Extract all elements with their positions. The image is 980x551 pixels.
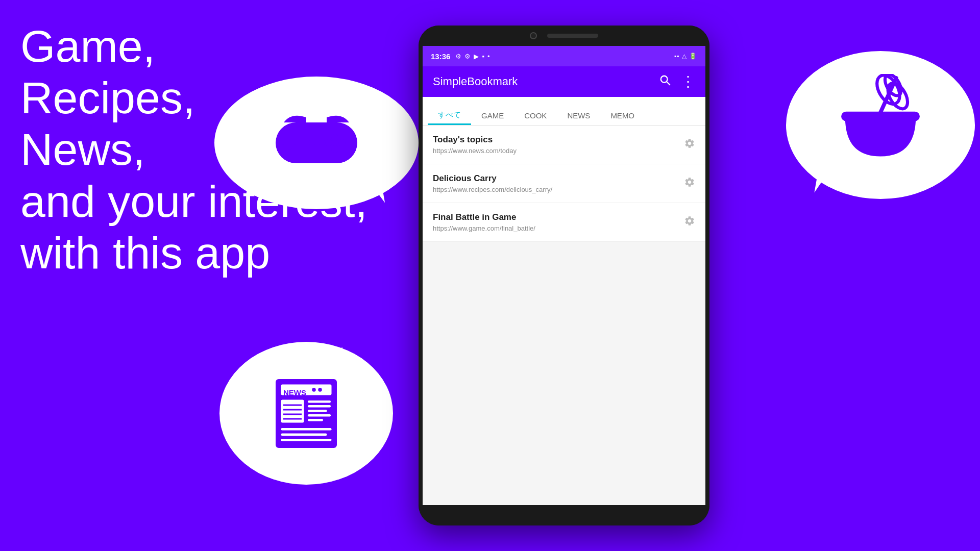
- tab-all[interactable]: すべて: [428, 110, 471, 125]
- svg-rect-23: [308, 400, 331, 403]
- svg-rect-27: [308, 419, 323, 421]
- play-icon: ▶: [474, 53, 479, 60]
- cook-bubble: [786, 51, 975, 209]
- game-bubble-tail: [368, 178, 385, 205]
- game-bubble: [214, 77, 419, 219]
- settings-item-icon[interactable]: [684, 138, 695, 152]
- news-bubble-oval: NEWS: [219, 342, 393, 485]
- list-item-url: https://www.news.com/today: [433, 147, 684, 155]
- svg-text:NEWS: NEWS: [283, 388, 306, 396]
- status-bar: 13:36 ⚙ ⚙ ▶ ▪ • ▪▪ △ 🔋: [423, 46, 705, 66]
- game-bubble-oval: [214, 77, 419, 209]
- phone-screen: 13:36 ⚙ ⚙ ▶ ▪ • ▪▪ △ 🔋 SimpleBookmark: [423, 46, 705, 505]
- svg-rect-8: [318, 140, 325, 145]
- svg-rect-25: [308, 410, 327, 412]
- list-item-text: Delicious Carry https://www.recipes.com/…: [433, 173, 684, 193]
- phone-body: 13:36 ⚙ ⚙ ▶ ▪ • ▪▪ △ 🔋 SimpleBookmark: [419, 26, 709, 525]
- svg-point-16: [312, 388, 316, 392]
- svg-point-5: [325, 139, 332, 146]
- list-item-title: Final Battle in Game: [433, 212, 684, 222]
- tab-bar: すべて GAME COOK NEWS MEMO: [423, 97, 705, 126]
- list-item-url: https://www.recipes.com/delicious_carry/: [433, 186, 684, 193]
- cooking-icon: [829, 74, 932, 176]
- svg-rect-7: [309, 140, 315, 145]
- settings2-icon: ⚙: [464, 53, 471, 60]
- status-time: 13:36: [431, 52, 450, 61]
- svg-rect-30: [281, 439, 332, 441]
- list-item-text: Today's topics https://www.news.com/toda…: [433, 135, 684, 155]
- tab-news[interactable]: NEWS: [557, 111, 600, 125]
- svg-point-6: [331, 145, 338, 153]
- phone-bottom-bar: [419, 505, 709, 525]
- settings-item-icon[interactable]: [684, 215, 695, 230]
- list-item-url: https://www.game.com/final_battle/: [433, 224, 684, 232]
- list-item-title: Delicious Carry: [433, 173, 684, 184]
- toolbar-icons: ⋮: [659, 74, 695, 89]
- list-item[interactable]: Final Battle in Game https://www.game.co…: [423, 203, 705, 242]
- bookmark-list: Today's topics https://www.news.com/toda…: [423, 126, 705, 242]
- cook-bubble-oval: [786, 51, 975, 199]
- dot-icon: •: [487, 53, 490, 60]
- phone-camera: [530, 32, 537, 39]
- app-title: SimpleBookmark: [433, 75, 659, 88]
- tab-game[interactable]: GAME: [471, 111, 514, 125]
- settings-item-icon[interactable]: [684, 177, 695, 191]
- tab-cook[interactable]: COOK: [514, 111, 557, 125]
- game-controller-icon: [265, 107, 368, 179]
- search-icon[interactable]: [659, 74, 671, 89]
- settings-icon: ⚙: [455, 53, 461, 60]
- svg-rect-24: [308, 405, 331, 408]
- headline-line1: Game,: [20, 20, 378, 72]
- svg-rect-26: [308, 414, 331, 417]
- news-icon: NEWS: [268, 371, 345, 456]
- svg-rect-29: [281, 433, 327, 436]
- phone-top-bar: [419, 26, 709, 46]
- list-item[interactable]: Delicious Carry https://www.recipes.com/…: [423, 164, 705, 203]
- phone-speaker: [547, 34, 598, 38]
- svg-point-17: [318, 388, 322, 392]
- news-bubble-tail: [332, 347, 352, 375]
- signal-icons: ▪▪ △ 🔋: [674, 53, 697, 60]
- cook-bubble-tail: [814, 165, 831, 195]
- clipboard-icon: ▪: [482, 53, 484, 60]
- status-icons: ⚙ ⚙ ▶ ▪ •: [455, 53, 489, 60]
- news-bubble: NEWS: [219, 342, 403, 500]
- phone-mockup: 13:36 ⚙ ⚙ ▶ ▪ • ▪▪ △ 🔋 SimpleBookmark: [419, 26, 709, 525]
- tab-memo[interactable]: MEMO: [600, 111, 645, 125]
- app-toolbar: SimpleBookmark ⋮: [423, 66, 705, 97]
- list-item-text: Final Battle in Game https://www.game.co…: [433, 212, 684, 232]
- headline-line5: with this app: [20, 227, 378, 279]
- svg-line-33: [667, 82, 670, 85]
- svg-rect-2: [282, 141, 296, 145]
- more-options-icon[interactable]: ⋮: [681, 74, 695, 89]
- svg-rect-28: [281, 428, 332, 431]
- list-item-title: Today's topics: [433, 135, 684, 145]
- list-item[interactable]: Today's topics https://www.news.com/toda…: [423, 126, 705, 164]
- svg-point-4: [338, 139, 346, 146]
- svg-point-3: [331, 134, 338, 141]
